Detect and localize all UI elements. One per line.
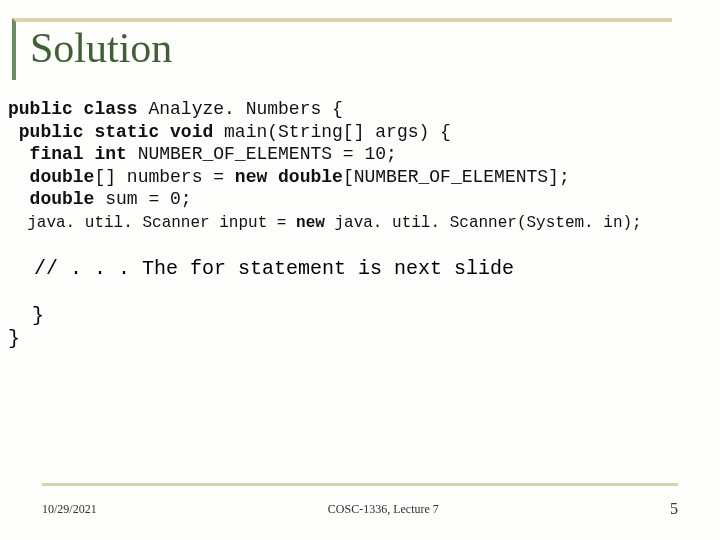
kw-final-int: final int [8, 144, 138, 164]
footer-page: 5 [670, 500, 678, 518]
footer-divider [42, 483, 678, 486]
code-text: java. util. Scanner input = [8, 214, 296, 232]
code-scanner: java. util. Scanner input = new java. ut… [8, 214, 642, 232]
slide-title: Solution [26, 22, 672, 80]
kw-public-class: public class [8, 99, 148, 119]
title-container: Solution [12, 18, 672, 80]
footer-date: 10/29/2021 [42, 502, 97, 517]
code-text: Analyze. Numbers { [148, 99, 342, 119]
code-text: java. util. Scanner(System. in); [334, 214, 641, 232]
code-text: main(String[] args) { [224, 122, 451, 142]
footer: 10/29/2021 COSC-1336, Lecture 7 5 [42, 500, 678, 518]
kw-double: double [8, 167, 94, 187]
kw-new: new [296, 214, 334, 232]
kw-double2: double [8, 189, 105, 209]
code-text: [NUMBER_OF_ELEMENTS]; [343, 167, 570, 187]
code-block: public class Analyze. Numbers { public s… [0, 98, 720, 233]
code-closers: } } [0, 304, 720, 350]
footer-center: COSC-1336, Lecture 7 [328, 502, 439, 517]
kw-public-static-void: public static void [8, 122, 224, 142]
code-text: [] numbers = [94, 167, 234, 187]
code-text: NUMBER_OF_ELEMENTS = 10; [138, 144, 397, 164]
slide: Solution public class Analyze. Numbers {… [0, 0, 720, 540]
kw-new-double: new double [235, 167, 343, 187]
code-text: sum = 0; [105, 189, 191, 209]
code-comment: // . . . The for statement is next slide [0, 257, 720, 280]
